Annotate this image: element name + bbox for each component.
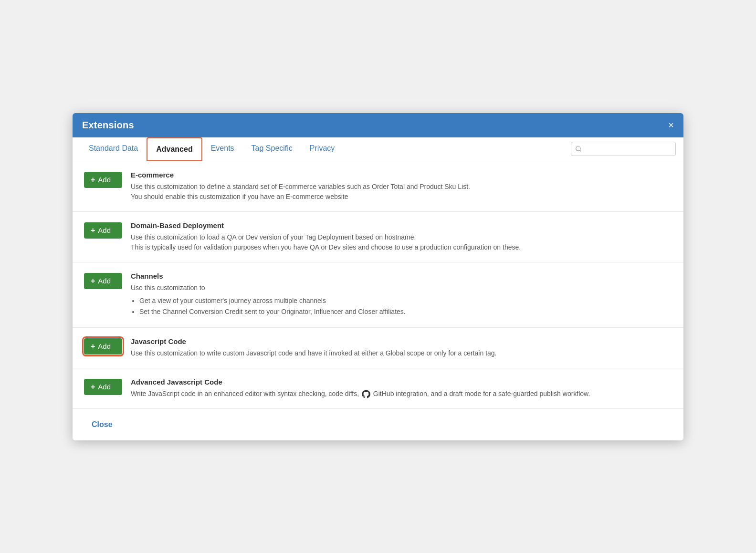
javascript-code-title: Javascript Code xyxy=(131,337,672,345)
ecommerce-title: E-commerce xyxy=(131,171,672,179)
extensions-modal: Extensions × Standard Data Advanced Even… xyxy=(73,113,683,440)
advanced-javascript-info: Advanced Javascript Code Write JavaScrip… xyxy=(131,378,672,399)
modal-footer: Close xyxy=(73,408,683,440)
add-advanced-javascript-button[interactable]: + Add xyxy=(84,379,122,395)
extension-item-ecommerce: + Add E-commerce Use this customization … xyxy=(73,161,683,212)
plus-icon: + xyxy=(91,226,95,235)
advanced-javascript-desc: Write JavaScript code in an enhanced edi… xyxy=(131,389,672,399)
add-javascript-code-label: Add xyxy=(98,342,111,350)
github-icon xyxy=(362,390,370,398)
channels-desc: Use this customization to Get a view of … xyxy=(131,283,672,317)
add-ecommerce-label: Add xyxy=(98,176,111,184)
ecommerce-desc: Use this customization to define a stand… xyxy=(131,182,672,202)
javascript-code-desc: Use this customization to write custom J… xyxy=(131,348,672,358)
extension-item-advanced-javascript: + Add Advanced Javascript Code Write Jav… xyxy=(73,368,683,408)
channels-title: Channels xyxy=(131,272,672,280)
tab-privacy[interactable]: Privacy xyxy=(301,137,343,161)
extensions-list: + Add E-commerce Use this customization … xyxy=(73,161,683,408)
add-ecommerce-button[interactable]: + Add xyxy=(84,172,122,188)
channels-info: Channels Use this customization to Get a… xyxy=(131,272,672,318)
add-domain-label: Add xyxy=(98,226,111,234)
tab-events[interactable]: Events xyxy=(202,137,243,161)
footer-close-button[interactable]: Close xyxy=(84,417,120,433)
plus-icon: + xyxy=(91,342,95,351)
tab-advanced[interactable]: Advanced xyxy=(147,137,202,161)
plus-icon: + xyxy=(91,277,95,285)
extension-item-channels: + Add Channels Use this customization to… xyxy=(73,262,683,328)
channels-bullet-2: Set the Channel Conversion Credit sent t… xyxy=(139,307,672,317)
add-advanced-javascript-label: Add xyxy=(98,383,111,391)
add-channels-button[interactable]: + Add xyxy=(84,273,122,289)
plus-icon: + xyxy=(91,383,95,391)
tab-tag-specific[interactable]: Tag Specific xyxy=(243,137,301,161)
search-area xyxy=(571,142,676,156)
tab-standard-data[interactable]: Standard Data xyxy=(80,137,147,161)
domain-title: Domain-Based Deployment xyxy=(131,221,672,230)
modal-title: Extensions xyxy=(82,120,134,131)
domain-desc: Use this customization to load a QA or D… xyxy=(131,232,672,252)
domain-info: Domain-Based Deployment Use this customi… xyxy=(131,221,672,252)
ecommerce-info: E-commerce Use this customization to def… xyxy=(131,171,672,202)
modal-header: Extensions × xyxy=(73,113,683,137)
add-channels-label: Add xyxy=(98,277,111,285)
modal-close-button[interactable]: × xyxy=(668,120,674,130)
advanced-javascript-title: Advanced Javascript Code xyxy=(131,378,672,386)
tabs-row: Standard Data Advanced Events Tag Specif… xyxy=(73,137,683,161)
add-javascript-code-button[interactable]: + Add xyxy=(84,338,122,355)
javascript-code-info: Javascript Code Use this customization t… xyxy=(131,337,672,358)
extension-item-javascript-code: + Add Javascript Code Use this customiza… xyxy=(73,328,683,368)
add-domain-button[interactable]: + Add xyxy=(84,222,122,239)
search-input[interactable] xyxy=(571,142,676,156)
extension-item-domain: + Add Domain-Based Deployment Use this c… xyxy=(73,212,683,262)
plus-icon: + xyxy=(91,176,95,184)
channels-bullet-1: Get a view of your customer's journey ac… xyxy=(139,296,672,306)
